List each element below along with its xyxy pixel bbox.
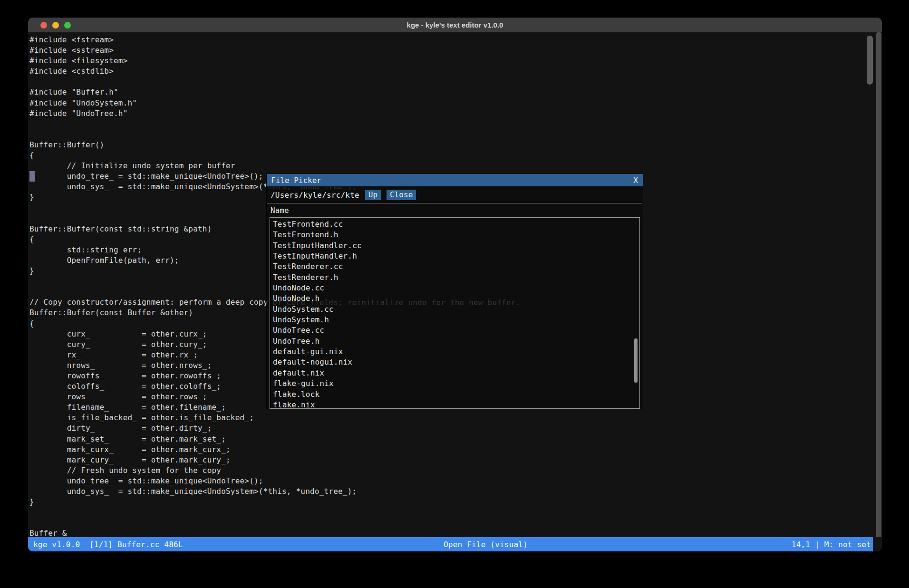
column-header-name: Name — [267, 203, 643, 216]
file-row[interactable]: UndoSystem.cc — [273, 304, 639, 315]
file-picker-titlebar[interactable]: File Picker X — [267, 174, 643, 186]
file-row[interactable]: TestFrontend.cc — [273, 219, 639, 230]
file-row[interactable]: TestInputHandler.cc — [273, 241, 639, 251]
file-list-scrollbar-thumb[interactable] — [634, 338, 638, 383]
editor-scrollbar-track[interactable] — [876, 32, 881, 537]
editor-scrollbar-thumb[interactable] — [867, 36, 873, 85]
zoom-window-icon[interactable] — [64, 22, 71, 29]
editor-pane[interactable]: #include <fstream> #include <sstream> #i… — [28, 32, 882, 537]
file-row[interactable]: TestRenderer.cc — [273, 261, 639, 272]
file-row[interactable]: TestFrontend.h — [273, 230, 639, 240]
file-row[interactable]: flake-gui.nix — [273, 378, 639, 389]
minimize-window-icon[interactable] — [52, 22, 59, 29]
path-row: /Users/kyle/src/kte Up Close — [267, 186, 643, 203]
file-row[interactable]: default-gui.nix — [273, 347, 639, 357]
up-button[interactable]: Up — [365, 190, 381, 200]
status-bar: kge v1.0.0 [1/1] Buffer.cc 486L Open Fil… — [28, 537, 873, 551]
close-window-icon[interactable] — [40, 22, 47, 29]
status-cursor-position: 14,1 | M: not set — [792, 540, 873, 549]
file-row[interactable]: default-nogui.nix — [273, 357, 639, 367]
file-picker-dialog: File Picker X /Users/kyle/src/kte Up Clo… — [267, 174, 643, 409]
file-row[interactable]: flake.lock — [273, 389, 639, 400]
file-row[interactable]: default.nix — [273, 368, 639, 378]
file-row[interactable]: TestRenderer.h — [273, 272, 639, 283]
file-row[interactable]: TestInputHandler.h — [273, 251, 639, 261]
file-row[interactable]: UndoSystem.h — [273, 315, 639, 325]
app-window: kge - kyle's text editor v1.0.0 #include… — [28, 18, 882, 551]
status-left: kge v1.0.0 [1/1] Buffer.cc 486L — [28, 540, 183, 549]
window-title: kge - kyle's text editor v1.0.0 — [407, 21, 503, 29]
file-row[interactable]: UndoNode.cc — [273, 283, 639, 293]
dialog-close-icon[interactable]: X — [633, 176, 638, 185]
close-button[interactable]: Close — [387, 190, 416, 200]
file-row[interactable]: UndoTree.h — [273, 336, 639, 347]
window-titlebar: kge - kyle's text editor v1.0.0 — [28, 18, 882, 32]
file-row[interactable]: flake.nix — [273, 400, 639, 409]
current-path: /Users/kyle/src/kte — [271, 191, 359, 200]
file-row[interactable]: UndoNode.h — [273, 293, 639, 304]
file-picker-title: File Picker — [271, 176, 321, 185]
status-mode: Open File (visual) — [444, 540, 528, 549]
file-row[interactable]: UndoTree.cc — [273, 325, 639, 336]
text-cursor — [29, 171, 35, 182]
file-list[interactable]: TestFrontend.ccTestFrontend.hTestInputHa… — [270, 217, 640, 409]
